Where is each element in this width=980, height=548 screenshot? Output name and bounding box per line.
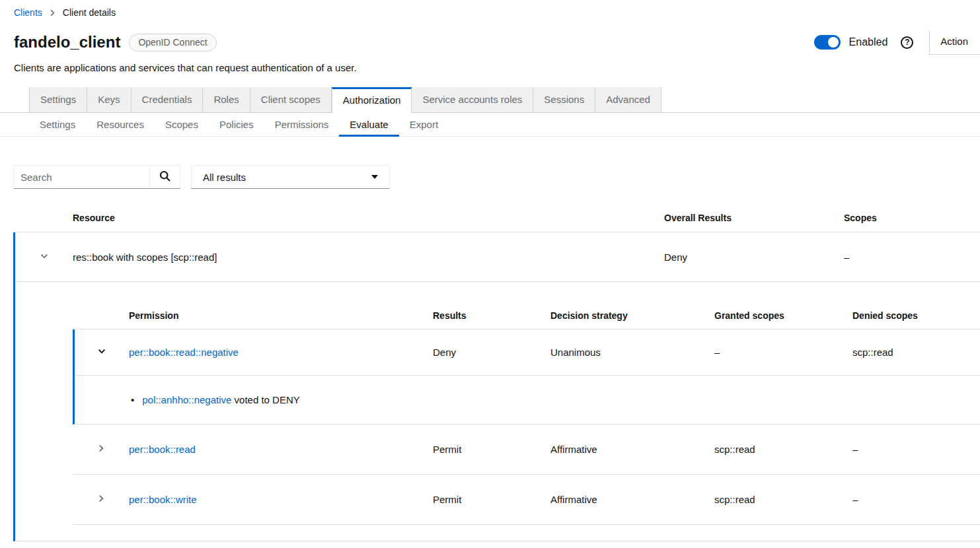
subtab-scopes[interactable]: Scopes xyxy=(155,113,209,136)
subtab-export[interactable]: Export xyxy=(399,113,449,136)
search-button[interactable] xyxy=(149,166,180,188)
enabled-toggle[interactable] xyxy=(814,35,841,50)
permission-link[interactable]: per::book::write xyxy=(129,494,197,505)
angle-right-icon xyxy=(96,494,106,505)
result-value: Permit xyxy=(433,444,550,455)
tab-advanced[interactable]: Advanced xyxy=(595,87,661,112)
question-circle-icon[interactable]: ? xyxy=(901,36,913,49)
decision-strategy-value: Unanimous xyxy=(550,347,714,358)
tab-authorization[interactable]: Authorization xyxy=(332,87,412,113)
subtab-resources[interactable]: Resources xyxy=(86,113,155,136)
client-tabs: Settings Keys Credentials Roles Client s… xyxy=(0,87,980,113)
column-overall-results: Overall Results xyxy=(664,213,844,223)
result-value: Deny xyxy=(433,347,550,358)
column-denied-scopes: Denied scopes xyxy=(852,310,980,321)
toggle-knob xyxy=(828,37,839,48)
granted-scopes-value: scp::read xyxy=(714,494,852,505)
breadcrumb-clients-link[interactable]: Clients xyxy=(14,7,42,18)
policy-link[interactable]: pol::anhho::negative xyxy=(142,394,231,405)
collapse-resource-row-button[interactable] xyxy=(15,252,73,263)
angle-down-icon xyxy=(97,347,106,358)
table-row: per::book::read::negative Deny Unanimous… xyxy=(75,329,980,376)
permission-row-group: per::book::read::negative Deny Unanimous… xyxy=(73,329,980,425)
results-table-header: Resource Overall Results Scopes xyxy=(13,203,980,232)
denied-scopes-value: – xyxy=(852,494,980,505)
resource-row-group: res::book with scopes [scp::read] Deny –… xyxy=(13,232,980,541)
denied-scopes-value: scp::read xyxy=(852,347,980,358)
page-header: fandelo_client OpenID Connect Enabled ? … xyxy=(0,29,980,55)
permissions-table: Permission Results Decision strategy Gra… xyxy=(15,282,980,541)
decision-strategy-value: Affirmative xyxy=(550,494,714,505)
permissions-table-header: Permission Results Decision strategy Gra… xyxy=(73,302,980,329)
scopes-value: – xyxy=(844,252,980,263)
page-subtitle: Clients are applications and services th… xyxy=(0,62,980,73)
magnifier-icon xyxy=(159,170,171,184)
breadcrumb: Clients Client details xyxy=(0,0,980,18)
subtab-policies[interactable]: Policies xyxy=(209,113,264,136)
table-row: per::book::write Permit Affirmative scp:… xyxy=(73,475,980,525)
caret-down-icon xyxy=(371,175,378,179)
results-filter-value: All results xyxy=(203,172,246,183)
tab-credentials[interactable]: Credentials xyxy=(132,87,204,112)
permission-link[interactable]: per::book::read xyxy=(129,444,196,455)
angle-down-icon xyxy=(40,252,49,263)
resource-name: res::book with scopes [scp::read] xyxy=(73,252,664,263)
page-title: fandelo_client xyxy=(14,33,120,51)
subtab-settings[interactable]: Settings xyxy=(29,113,86,136)
tab-sessions[interactable]: Sessions xyxy=(533,87,595,112)
subtab-evaluate[interactable]: Evaluate xyxy=(339,113,398,136)
denied-scopes-value: – xyxy=(852,444,980,455)
action-dropdown-button[interactable]: Action xyxy=(929,30,980,55)
expand-permission-row-button[interactable] xyxy=(73,444,129,455)
column-resource: Resource xyxy=(73,213,664,223)
search-group xyxy=(13,165,180,189)
granted-scopes-value: – xyxy=(714,347,852,358)
column-scopes: Scopes xyxy=(844,213,980,223)
evaluation-results-table: Resource Overall Results Scopes res::boo… xyxy=(13,203,980,541)
results-filter-select[interactable]: All results xyxy=(191,165,390,189)
expand-permission-row-button[interactable] xyxy=(73,494,129,505)
granted-scopes-value: scp::read xyxy=(714,444,852,455)
column-permission: Permission xyxy=(129,310,433,321)
evaluate-toolbar: All results xyxy=(13,165,980,189)
tab-keys[interactable]: Keys xyxy=(87,87,131,112)
result-value: Permit xyxy=(433,494,550,505)
subtab-permissions[interactable]: Permissions xyxy=(264,113,340,136)
overall-result-value: Deny xyxy=(664,252,844,263)
breadcrumb-current: Client details xyxy=(63,7,116,18)
angle-right-icon xyxy=(50,9,56,17)
authorization-subtabs: Settings Resources Scopes Policies Permi… xyxy=(0,113,980,137)
table-row: res::book with scopes [scp::read] Deny – xyxy=(15,232,980,282)
column-granted-scopes: Granted scopes xyxy=(714,310,852,321)
tab-settings[interactable]: Settings xyxy=(29,87,87,112)
enabled-label: Enabled xyxy=(849,36,888,48)
tab-client-scopes[interactable]: Client scopes xyxy=(250,87,332,112)
table-row: per::book::read Permit Affirmative scp::… xyxy=(73,425,980,475)
angle-right-icon xyxy=(96,444,106,455)
column-results: Results xyxy=(433,310,550,321)
search-input[interactable] xyxy=(14,166,149,188)
policy-vote-detail: • pol::anhho::negative voted to DENY xyxy=(75,376,980,424)
tab-roles[interactable]: Roles xyxy=(203,87,250,112)
policy-vote-text: voted to DENY xyxy=(235,394,300,405)
column-decision-strategy: Decision strategy xyxy=(550,310,714,321)
permission-link[interactable]: per::book::read::negative xyxy=(129,347,239,358)
client-type-badge: OpenID Connect xyxy=(129,34,216,51)
tab-service-accounts-roles[interactable]: Service accounts roles xyxy=(412,87,533,112)
decision-strategy-value: Affirmative xyxy=(550,444,714,455)
collapse-permission-row-button[interactable] xyxy=(75,347,129,358)
bullet-icon: • xyxy=(131,394,134,405)
